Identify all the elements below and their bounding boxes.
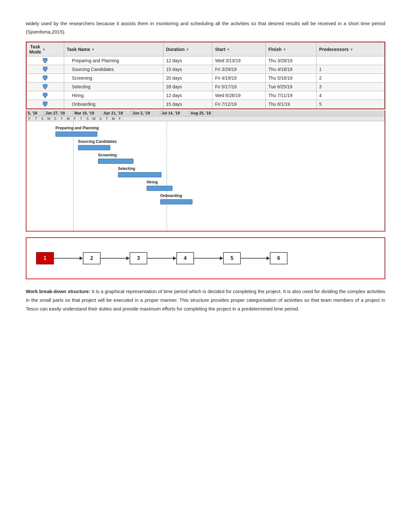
table-row: Sourcing Candidates15 daysFri 3/29/19Thu… [27, 65, 385, 74]
network-arrow-5-6 [241, 256, 270, 260]
network-node-3: 3 [130, 252, 147, 264]
icon-arrow [44, 88, 47, 89]
day-M2: M [110, 116, 117, 121]
sort-arrow-duration: ▼ [186, 48, 189, 51]
gantt-table: TaskMode ▼ Task Name ▼ Duration ▼ [26, 42, 385, 109]
duration-cell: 12 days [163, 91, 212, 100]
finish-cell: Thu 8/1/19 [266, 100, 317, 109]
network-arrow-3-4 [147, 256, 176, 260]
arrow-head [173, 256, 176, 260]
icon-box [43, 58, 47, 61]
icon-arrow [44, 79, 47, 81]
duration-cell: 20 days [163, 74, 212, 83]
task-mode-icon [29, 75, 61, 81]
task-mode-icon [29, 58, 61, 63]
pred-cell: 2 [317, 74, 385, 83]
network-node-1: 1 [36, 252, 54, 264]
task-mode-icon [29, 67, 61, 72]
duration-cell: 12 days [163, 56, 212, 65]
finish-cell: Thu 5/16/19 [266, 74, 317, 83]
gantt-date-5: Jun 2, '19 [131, 110, 160, 116]
task-mode-cell [27, 56, 64, 65]
table-row: Hiring12 daysWed 6/26/19Thu 7/11/194 [27, 91, 385, 100]
start-cell: Fri 5/17/19 [212, 83, 266, 91]
day-F3: F [117, 116, 123, 121]
bar-label-4: Selecting [118, 166, 135, 171]
icon-arrow [44, 62, 47, 63]
task-name-cell: Selecting [64, 83, 163, 91]
task-name-cell: Sourcing Candidates [64, 65, 163, 74]
day-T2: T [59, 116, 65, 121]
gantt-bar-5 [147, 186, 172, 191]
duration-cell: 15 days [163, 100, 212, 109]
duration-cell: 28 days [163, 83, 212, 91]
task-mode-cell [27, 100, 64, 109]
task-mode-cell [27, 91, 64, 100]
day-T1: T [33, 116, 39, 121]
gantt-date-1: 5, '18 [26, 110, 44, 116]
gantt-bar-6 [160, 199, 192, 204]
pred-cell: 5 [317, 100, 385, 109]
day-T4: T [104, 116, 110, 121]
col-duration-label: Duration [166, 47, 185, 52]
gantt-table-container: TaskMode ▼ Task Name ▼ Duration ▼ [26, 42, 385, 109]
icon-box [43, 67, 47, 70]
sort-arrow-finish: ▼ [283, 48, 286, 51]
bar-label-6: Onboarding [160, 193, 182, 198]
day-T3: T [78, 116, 84, 121]
icon-arrow [44, 105, 47, 107]
sort-arrow-name: ▼ [92, 48, 95, 51]
bottom-bold: Work break-down structure: [26, 289, 90, 294]
col-finish-label: Finish [268, 47, 281, 52]
table-row: Selecting28 daysFri 5/17/19Tue 6/25/193 [27, 83, 385, 91]
arrow-head [267, 256, 270, 260]
col-task-mode-label: TaskMode [29, 44, 41, 54]
gantt-date-6: Jul 14, '19 [160, 110, 189, 116]
arrow-head [80, 256, 83, 260]
gantt-date-2: Jan 27, '19 [44, 110, 73, 116]
col-predecessors: Predecessors ▼ [317, 43, 385, 56]
dotted-line-2 [167, 121, 167, 231]
gantt-date-3: Mar 10, '19 [73, 110, 102, 116]
day-M1: M [65, 116, 72, 121]
day-S3: S [84, 116, 91, 121]
task-mode-icon [29, 102, 61, 107]
bottom-paragraph: Work break-down structure: It is a graph… [26, 287, 385, 313]
finish-cell: Thu 4/18/19 [266, 65, 317, 74]
col-duration: Duration ▼ [163, 43, 212, 56]
gantt-date-4: Apr 21, '19 [102, 110, 131, 116]
bar-label-3: Screening [98, 153, 117, 157]
start-cell: Wed 6/26/19 [212, 91, 266, 100]
table-row: Onboarding15 daysFri 7/12/19Thu 8/1/195 [27, 100, 385, 109]
finish-cell: Thu 3/28/19 [266, 56, 317, 65]
icon-arrow [44, 70, 47, 72]
arrow-line [241, 258, 267, 259]
task-mode-icon [29, 84, 61, 89]
day-S4: S [97, 116, 104, 121]
gantt-date-header: 5, '18 Jan 27, '19 Mar 10, '19 Apr 21, '… [26, 110, 385, 116]
col-start-label: Start [215, 47, 225, 52]
day-S1: S [39, 116, 46, 121]
bar-label-2: Sourcing Candidates [78, 139, 117, 144]
duration-cell: 15 days [163, 65, 212, 74]
task-name-cell: Preparing and Planning [64, 56, 163, 65]
network-arrow-4-5 [194, 256, 223, 260]
sort-arrow-start: ▼ [227, 48, 230, 51]
gantt-body: Preparing and Planning Sourcing Candidat… [26, 121, 385, 231]
network-node-5: 5 [223, 252, 241, 264]
col-task-name-label: Task Name [67, 47, 90, 52]
task-mode-cell [27, 65, 64, 74]
task-name-cell: Onboarding [64, 100, 163, 109]
bar-label-1: Preparing and Planning [55, 126, 99, 130]
network-node-4: 4 [176, 252, 194, 264]
arrow-line [54, 258, 80, 259]
icon-box [43, 75, 47, 79]
start-cell: Fri 7/12/19 [212, 100, 266, 109]
finish-cell: Tue 6/25/19 [266, 83, 317, 91]
col-task-name: Task Name ▼ [64, 43, 163, 56]
bar-label-5: Hiring [147, 180, 158, 184]
arrow-head [126, 256, 130, 260]
icon-box [43, 93, 47, 96]
task-mode-cell [27, 74, 64, 83]
gantt-bar-4 [118, 172, 161, 177]
